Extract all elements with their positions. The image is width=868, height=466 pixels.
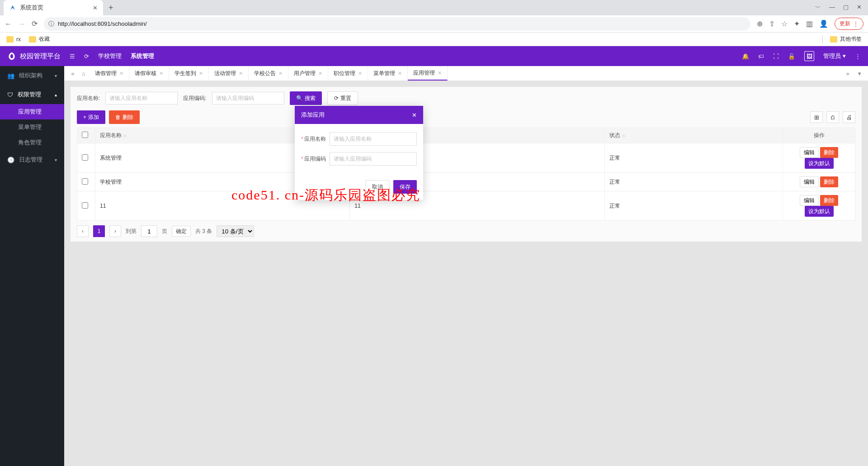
zoom-icon[interactable]: ⊕ <box>757 19 763 28</box>
table-row: 学校管理 systool 正常 编辑 删除 <box>77 173 855 191</box>
refresh-icon[interactable]: ⟳ <box>84 53 89 60</box>
edit-button[interactable]: 编辑 <box>800 195 819 206</box>
sidebar-sub-menu[interactable]: 菜单管理 <box>0 119 64 135</box>
close-icon[interactable]: ✕ <box>412 112 417 119</box>
form-input-code[interactable] <box>330 152 417 166</box>
close-icon[interactable]: ✕ <box>318 71 322 76</box>
sidebar-sub-app[interactable]: 应用管理 <box>0 104 64 119</box>
close-icon[interactable]: ✕ <box>239 71 243 76</box>
next-page-button[interactable]: › <box>109 225 121 237</box>
sidebar-item-org[interactable]: 👥 组织架构 ▾ <box>0 66 64 85</box>
edit-button[interactable]: 编辑 <box>800 176 819 187</box>
print-icon[interactable]: 🖨 <box>843 111 855 123</box>
close-icon[interactable]: ✕ <box>438 70 442 76</box>
page-tab[interactable]: 学生签到✕ <box>169 66 209 81</box>
tabs-next-icon[interactable]: » <box>841 70 854 77</box>
grid-view-icon[interactable]: ⊞ <box>810 111 823 123</box>
app-header: 校园管理平台 ☰ ⟳ 学校管理 系统管理 🔔 🏷 ⛶ 🔓 🖼 管理员 ▾ ⋮ <box>0 46 868 66</box>
input-app-name[interactable] <box>105 92 178 105</box>
row-checkbox[interactable] <box>82 178 88 185</box>
sort-icon[interactable]: ◇ <box>622 133 625 138</box>
tabs-menu-icon[interactable]: ▾ <box>854 70 864 77</box>
tabs-prev-icon[interactable]: « <box>68 70 78 77</box>
close-icon[interactable]: ✕ <box>119 71 123 76</box>
page-tab[interactable]: 职位管理✕ <box>328 66 368 81</box>
close-window-icon[interactable]: ✕ <box>857 4 862 12</box>
chevron-down-icon[interactable]: ﹀ <box>815 4 821 12</box>
row-checkbox[interactable] <box>82 154 88 161</box>
sort-icon[interactable]: ◇ <box>123 133 127 138</box>
org-icon: 👥 <box>7 72 14 79</box>
tab-label: 菜单管理 <box>373 70 395 77</box>
home-icon[interactable]: ⌂ <box>78 70 90 77</box>
page-size-select[interactable]: 10 条/页 <box>217 225 254 237</box>
close-icon[interactable]: ✕ <box>278 71 283 76</box>
row-delete-button[interactable]: 删除 <box>820 176 838 187</box>
back-icon[interactable]: ← <box>5 20 12 28</box>
close-icon[interactable]: ✕ <box>93 5 98 11</box>
star-icon[interactable]: ☆ <box>781 19 788 28</box>
sidebar-item-log[interactable]: 🕓 日志管理 ▾ <box>0 150 64 169</box>
set-default-button[interactable]: 设为默认 <box>805 206 834 217</box>
more-icon[interactable]: ⋮ <box>855 53 861 60</box>
bookmark-other[interactable]: 其他书签 <box>822 35 862 43</box>
input-app-code[interactable] <box>212 92 284 105</box>
page-tab[interactable]: 请假审核✕ <box>129 66 169 81</box>
reset-button[interactable]: ⟳重置 <box>327 91 358 105</box>
header-menu-school[interactable]: 学校管理 <box>98 52 122 60</box>
search-button[interactable]: 🔍搜索 <box>290 91 322 105</box>
goto-confirm-button[interactable]: 确定 <box>172 226 191 237</box>
browser-tab[interactable]: 系统首页 ✕ <box>4 0 103 15</box>
page-tab[interactable]: 活动管理✕ <box>209 66 249 81</box>
select-all-checkbox[interactable] <box>82 132 88 138</box>
add-button[interactable]: +添加 <box>77 110 105 124</box>
profile-icon[interactable]: 👤 <box>819 19 828 28</box>
forward-icon[interactable]: → <box>18 20 25 28</box>
share-icon[interactable]: ⇪ <box>769 19 775 28</box>
lock-icon[interactable]: 🔓 <box>788 53 795 60</box>
page-tab[interactable]: 学校公告✕ <box>249 66 288 81</box>
edit-button[interactable]: 编辑 <box>800 147 819 158</box>
address-bar[interactable]: ⓘ http://localhost:8091/schooladmin/ <box>44 17 750 31</box>
username[interactable]: 管理员 ▾ <box>823 52 846 60</box>
close-icon[interactable]: ✕ <box>358 71 362 76</box>
app-logo[interactable]: 校园管理平台 <box>7 52 61 61</box>
update-button[interactable]: 更新⋮ <box>835 18 863 30</box>
prev-page-button[interactable]: ‹ <box>77 225 89 237</box>
goto-page-input[interactable] <box>141 225 157 237</box>
reload-icon[interactable]: ⟳ <box>32 19 38 28</box>
close-icon[interactable]: ✕ <box>199 71 203 76</box>
export-icon[interactable]: ⎙ <box>826 111 839 123</box>
row-checkbox[interactable] <box>82 202 88 209</box>
sidebar-item-perm[interactable]: 🛡 权限管理 ▴ <box>0 85 64 104</box>
page-tab[interactable]: 菜单管理✕ <box>368 66 408 81</box>
sidepanel-icon[interactable]: ▥ <box>806 19 813 28</box>
page-tab[interactable]: 用户管理✕ <box>288 66 328 81</box>
bell-icon[interactable]: 🔔 <box>742 53 749 60</box>
page-number[interactable]: 1 <box>93 225 105 237</box>
form-input-name[interactable] <box>330 132 417 146</box>
cancel-button[interactable]: 取消 <box>365 180 390 194</box>
page-tab[interactable]: 请假管理✕ <box>90 66 129 81</box>
close-icon[interactable]: ✕ <box>159 71 163 76</box>
fullscreen-icon[interactable]: ⛶ <box>773 53 779 60</box>
bookmark-fav[interactable]: 收藏 <box>29 35 50 43</box>
set-default-button[interactable]: 设为默认 <box>805 158 834 169</box>
extensions-icon[interactable]: ✦ <box>794 19 800 28</box>
folder-icon <box>6 36 14 43</box>
row-delete-button[interactable]: 删除 <box>820 147 838 158</box>
new-tab-button[interactable]: + <box>108 3 113 13</box>
tag-icon[interactable]: 🏷 <box>758 53 764 60</box>
close-icon[interactable]: ✕ <box>398 71 402 76</box>
header-menu-system[interactable]: 系统管理 <box>131 52 154 60</box>
row-delete-button[interactable]: 删除 <box>820 195 838 206</box>
page-tab[interactable]: 应用管理✕ <box>408 66 448 81</box>
sidebar-sub-role[interactable]: 角色管理 <box>0 135 64 150</box>
save-button[interactable]: 保存 <box>393 180 417 194</box>
collapse-sidebar-icon[interactable]: ☰ <box>70 53 75 60</box>
bookmark-rx[interactable]: rx <box>6 36 21 43</box>
minimize-icon[interactable]: — <box>829 4 835 12</box>
avatar[interactable]: 🖼 <box>804 51 814 61</box>
maximize-icon[interactable]: ▢ <box>843 4 849 12</box>
delete-button[interactable]: 🗑删除 <box>109 110 140 124</box>
